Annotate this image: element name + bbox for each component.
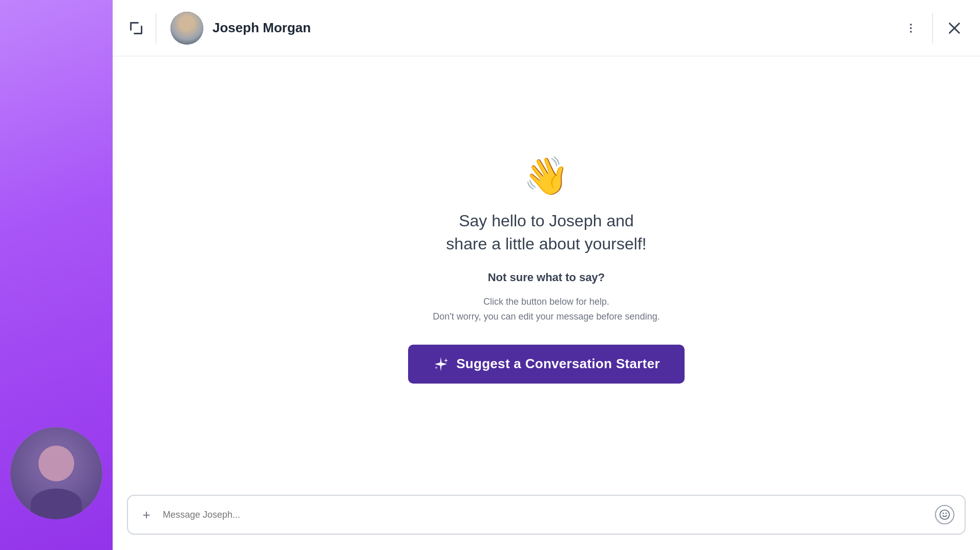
add-attachment-button[interactable]: + (138, 506, 155, 523)
header-left-divider (156, 13, 156, 44)
svg-point-5 (940, 510, 949, 519)
wave-emoji: 👋 (523, 157, 569, 194)
svg-point-1 (910, 27, 912, 29)
header-actions (900, 13, 966, 44)
expand-button[interactable] (127, 19, 145, 37)
not-sure-text: Not sure what to say? (488, 271, 605, 284)
hello-text: Say hello to Joseph andshare a little ab… (446, 209, 646, 256)
message-input[interactable] (163, 510, 927, 520)
more-options-button[interactable] (900, 17, 922, 39)
suggest-conversation-starter-button[interactable]: Suggest a Conversation Starter (408, 345, 685, 384)
avatar (171, 12, 203, 45)
left-panel (0, 0, 113, 550)
chat-header: Joseph Morgan (113, 0, 980, 56)
emoji-picker-button[interactable] (935, 505, 954, 524)
left-avatar (10, 427, 102, 519)
help-text: Click the button below for help. Don't w… (433, 294, 659, 324)
chat-panel: Joseph Morgan 👋 Say hello to Joseph an (113, 0, 980, 550)
chat-body: 👋 Say hello to Joseph andshare a little … (113, 56, 980, 484)
svg-point-2 (910, 31, 912, 33)
sparkles-icon (433, 356, 449, 372)
contact-name: Joseph Morgan (212, 20, 900, 36)
header-right-divider (932, 13, 933, 44)
message-input-area: + (127, 495, 966, 535)
svg-point-0 (910, 24, 912, 26)
close-button[interactable] (943, 17, 966, 39)
chat-footer: + (113, 484, 980, 550)
suggest-button-label: Suggest a Conversation Starter (456, 356, 660, 372)
